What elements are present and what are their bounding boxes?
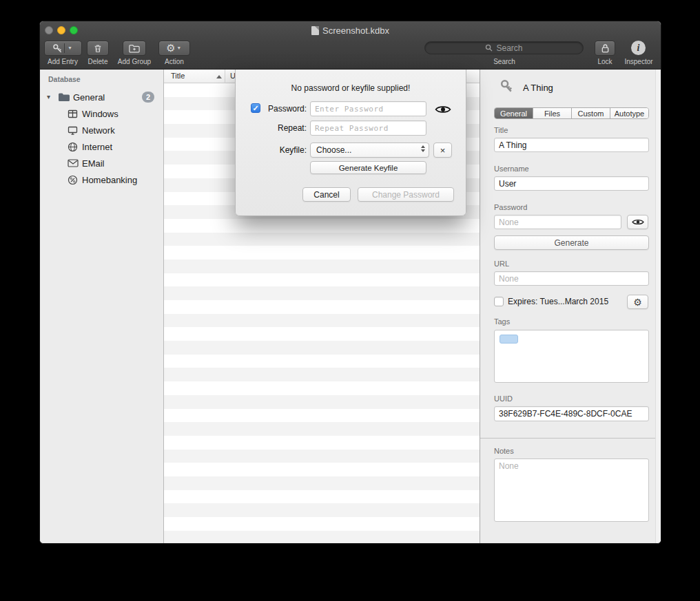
split-divider	[64, 43, 65, 53]
search-input[interactable]: Search	[424, 41, 584, 54]
cancel-button[interactable]: Cancel	[302, 187, 351, 202]
table-row[interactable]	[164, 286, 480, 300]
sidebar-item-network[interactable]: Network	[40, 122, 163, 138]
sidebar-item-email[interactable]: EMail	[40, 155, 163, 171]
reveal-password-button[interactable]	[433, 103, 452, 116]
scrollbar-track[interactable]	[655, 70, 661, 544]
password-label: Password:	[260, 104, 307, 114]
table-row[interactable]	[164, 300, 480, 314]
action-button[interactable]: ⚙ ▾	[158, 41, 190, 56]
tags-label: Tags	[494, 317, 510, 326]
lock-button[interactable]	[595, 41, 615, 56]
sidebar-item-general[interactable]: ▾ General 2	[40, 89, 163, 105]
notes-label: Notes	[494, 447, 514, 455]
table-row[interactable]	[164, 476, 480, 490]
uuid-label: UUID	[494, 394, 513, 403]
keyfile-popup[interactable]: Choose...	[310, 143, 429, 158]
chevron-down-icon: ▾	[176, 45, 183, 51]
column-divider[interactable]	[225, 70, 225, 83]
table-row[interactable]	[164, 463, 480, 476]
title-field[interactable]	[494, 138, 649, 152]
change-password-button[interactable]: Change Password	[358, 187, 454, 202]
table-row[interactable]	[164, 395, 480, 409]
tab-files[interactable]: Files	[533, 108, 572, 118]
info-icon: i	[637, 43, 640, 54]
sidebar-item-windows[interactable]: Windows	[40, 105, 163, 122]
tags-field[interactable]	[494, 330, 649, 383]
sidebar-header: Database	[48, 75, 81, 83]
sidebar-item-label: EMail	[82, 158, 105, 169]
table-row[interactable]	[164, 450, 480, 463]
table-row[interactable]	[164, 409, 480, 423]
windows-icon	[68, 109, 78, 119]
table-row[interactable]	[164, 531, 480, 544]
count-badge: 2	[142, 92, 154, 103]
password-input[interactable]	[310, 101, 426, 116]
expires-settings-button[interactable]: ⚙	[627, 295, 648, 309]
repeat-password-input[interactable]	[310, 120, 426, 136]
url-label: URL	[494, 260, 509, 268]
expires-label: Expires: Tues...March 2015	[508, 297, 608, 306]
generate-button[interactable]: Generate	[494, 235, 649, 250]
column-header-title[interactable]: Title	[171, 72, 185, 80]
uuid-field[interactable]	[494, 406, 649, 421]
tab-general[interactable]: General	[495, 108, 533, 118]
reveal-password-button[interactable]	[627, 215, 648, 229]
table-row[interactable]	[164, 327, 480, 341]
table-row[interactable]	[164, 341, 480, 355]
table-row[interactable]	[164, 381, 480, 395]
notes-field[interactable]	[494, 458, 649, 522]
table-row[interactable]	[164, 517, 480, 531]
gear-icon: ⚙	[166, 43, 175, 54]
action-label: Action	[165, 58, 184, 65]
table-row[interactable]	[164, 314, 480, 328]
password-field[interactable]	[494, 215, 621, 229]
expires-checkbox[interactable]	[494, 297, 504, 306]
table-row[interactable]	[164, 246, 480, 260]
key-icon	[499, 78, 515, 97]
password-checkbox[interactable]: ✓	[251, 103, 260, 113]
generate-keyfile-button[interactable]: Generate Keyfile	[310, 161, 426, 174]
dialog-message: No password or keyfile supplied!	[236, 83, 466, 93]
table-row[interactable]	[164, 436, 480, 450]
sidebar-item-label: General	[73, 92, 105, 103]
delete-button[interactable]	[87, 41, 109, 56]
sidebar-item-label: Windows	[82, 109, 119, 119]
table-row[interactable]	[164, 233, 480, 246]
add-group-button[interactable]	[123, 41, 146, 56]
title-label: Title	[494, 126, 508, 134]
lock-icon	[601, 43, 610, 53]
table-row[interactable]	[164, 490, 480, 504]
search-label: Search	[493, 58, 515, 65]
password-label: Password	[494, 203, 527, 211]
content-area: Database ▾ General 2 Windows Networ	[40, 70, 661, 544]
tab-autotype[interactable]: Autotype	[610, 108, 648, 118]
username-field[interactable]	[494, 176, 649, 191]
table-row[interactable]	[164, 355, 480, 368]
tag-token[interactable]	[500, 335, 518, 344]
table-row[interactable]	[164, 219, 480, 233]
search-placeholder: Search	[496, 43, 522, 53]
username-label: Username	[494, 165, 529, 173]
table-row[interactable]	[164, 503, 480, 517]
inspector-tabs: General Files Custom Autotype	[494, 107, 649, 119]
sidebar-item-homebanking[interactable]: Homebanking	[40, 171, 163, 188]
inspector-button[interactable]: i	[631, 41, 646, 55]
window-title: Screenshot.kdbx	[322, 25, 389, 36]
sidebar-item-internet[interactable]: Internet	[40, 138, 163, 155]
clear-keyfile-button[interactable]: ×	[433, 143, 452, 158]
tab-custom[interactable]: Custom	[572, 108, 610, 118]
lock-label: Lock	[597, 58, 612, 65]
table-row[interactable]	[164, 422, 480, 436]
inspector-panel: A Thing General Files Custom Autotype Ti…	[480, 70, 661, 544]
add-entry-button[interactable]: ▾	[44, 41, 82, 56]
network-icon	[68, 125, 78, 136]
titlebar: Screenshot.kdbx	[40, 25, 661, 36]
table-row[interactable]	[164, 368, 480, 381]
url-field[interactable]	[494, 271, 649, 286]
disclosure-triangle-icon[interactable]: ▾	[47, 94, 50, 101]
add-entry-label: Add Entry	[48, 58, 78, 65]
table-row[interactable]	[164, 260, 480, 273]
entry-title: A Thing	[523, 83, 553, 93]
table-row[interactable]	[164, 273, 480, 287]
